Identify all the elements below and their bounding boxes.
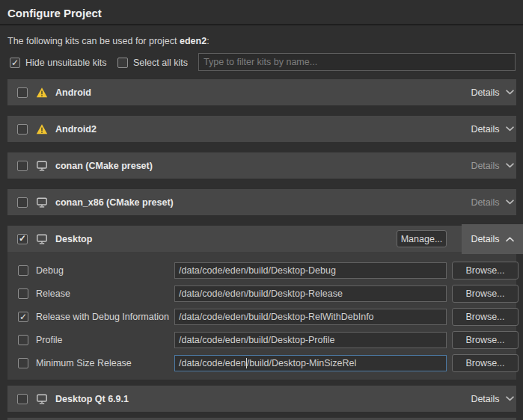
details-label: Details: [471, 197, 499, 208]
details-label: Details: [471, 394, 499, 404]
build-config-option: Profile: [18, 332, 62, 348]
browse-button[interactable]: Browse...: [452, 308, 519, 326]
kit-name: conan (CMake preset): [55, 161, 153, 171]
build-config-label: Release: [36, 288, 70, 299]
build-config-option: Release: [18, 285, 70, 302]
warning-icon: [35, 123, 48, 135]
browse-button[interactable]: Browse...: [452, 354, 519, 372]
build-dir-input-focused[interactable]: /data/code/eden/build/Desktop-MinSizeRel: [174, 355, 447, 371]
kit-name: Android2: [55, 124, 97, 135]
kit-filter-input[interactable]: [198, 53, 516, 71]
desktop-icon: [35, 197, 48, 209]
kit-row-desktop-qt: Desktop Qt 6.9.1 Details: [7, 386, 516, 412]
intro-suffix: :: [207, 36, 209, 46]
select-all-kits-option: Select all kits: [117, 58, 188, 68]
desktop-icon: [35, 393, 48, 405]
kit-name: Desktop: [55, 234, 92, 244]
build-dir-input[interactable]: [174, 262, 447, 279]
chevron-down-icon: [506, 200, 514, 205]
build-config-label: Minimum Size Release: [36, 358, 132, 368]
chevron-down-icon: [506, 126, 514, 132]
build-config-checkbox[interactable]: [18, 288, 28, 299]
kit-checkbox[interactable]: [17, 197, 28, 208]
browse-button[interactable]: Browse...: [452, 331, 519, 349]
kit-checkbox[interactable]: [17, 87, 28, 98]
build-config-label: Release with Debug Information: [36, 312, 169, 322]
title-divider: [0, 24, 523, 25]
kit-name: Android: [55, 87, 91, 98]
details-button[interactable]: Details: [462, 152, 523, 179]
build-config-checkbox[interactable]: [18, 312, 28, 322]
build-config-option: Release with Debug Information: [18, 309, 169, 325]
intro-text: The following kits can be used for proje…: [7, 36, 209, 46]
kit-header: conan_x86 (CMake preset) Details: [7, 189, 516, 215]
kit-header: Android Details: [7, 79, 516, 105]
details-button[interactable]: Details: [462, 189, 523, 215]
kit-row-android2: Android2 Details: [7, 116, 516, 142]
chevron-down-icon: [506, 396, 514, 401]
details-label: Details: [471, 161, 499, 171]
path-after-cursor: /build/Desktop-MinSizeRel: [247, 358, 357, 368]
build-dir-input[interactable]: [174, 309, 447, 325]
select-all-kits-checkbox[interactable]: [117, 58, 128, 68]
kit-checkbox[interactable]: [17, 394, 28, 404]
browse-button[interactable]: Browse...: [452, 262, 519, 280]
chevron-down-icon: [506, 163, 514, 168]
kit-row-desktop: Desktop Manage... Details Debug Browse..…: [7, 226, 516, 380]
kit-checkbox[interactable]: [17, 161, 28, 171]
browse-button[interactable]: Browse...: [452, 285, 519, 303]
details-button[interactable]: Details: [462, 116, 523, 142]
warning-icon: [35, 87, 48, 99]
details-button[interactable]: Details: [462, 224, 523, 254]
details-label: Details: [471, 87, 499, 98]
hide-unsuitable-kits-checkbox[interactable]: [10, 58, 20, 68]
chevron-down-icon: [506, 90, 514, 95]
project-name: eden2: [180, 36, 207, 46]
build-config-option: Debug: [18, 262, 64, 279]
kit-name: conan_x86 (CMake preset): [55, 197, 174, 208]
build-config-option: Minimum Size Release: [18, 355, 132, 371]
build-dir-input[interactable]: [174, 332, 447, 348]
kit-row-conan-x86: conan_x86 (CMake preset) Details: [7, 189, 516, 215]
desktop-icon: [35, 160, 48, 172]
build-config-checkbox[interactable]: [18, 335, 28, 345]
build-dir-input[interactable]: [174, 285, 447, 302]
hide-unsuitable-kits-option: Hide unsuitable kits: [10, 58, 106, 68]
desktop-icon: [35, 233, 48, 245]
intro-prefix: The following kits can be used for proje…: [7, 36, 180, 46]
kit-header: conan (CMake preset) Details: [7, 152, 516, 179]
details-button[interactable]: Details: [462, 386, 523, 412]
kit-header: Android2 Details: [7, 116, 516, 142]
kit-row-android: Android Details: [7, 79, 516, 105]
configure-project-page: { "window": { "title": "Configure Projec…: [0, 0, 523, 420]
build-config-checkbox[interactable]: [18, 358, 28, 368]
chevron-up-icon: [506, 237, 514, 242]
details-label: Details: [471, 234, 499, 244]
select-all-kits-label: Select all kits: [133, 58, 188, 68]
details-button[interactable]: Details: [462, 79, 523, 105]
details-label: Details: [471, 124, 499, 135]
build-config-checkbox[interactable]: [18, 265, 28, 276]
kit-header: Desktop Qt 6.9.1 Details: [7, 386, 516, 412]
page-title: Configure Project: [7, 7, 102, 19]
kit-checkbox[interactable]: [17, 124, 28, 135]
kit-header: Desktop Manage... Details: [7, 226, 516, 252]
kit-checkbox[interactable]: [17, 234, 28, 244]
kit-name: Desktop Qt 6.9.1: [55, 394, 129, 404]
kit-row-conan: conan (CMake preset) Details: [7, 152, 516, 179]
path-before-cursor: /data/code/eden: [179, 358, 246, 368]
build-config-label: Debug: [36, 265, 64, 276]
manage-kits-button[interactable]: Manage...: [397, 230, 447, 247]
hide-unsuitable-kits-label: Hide unsuitable kits: [25, 58, 106, 68]
build-config-label: Profile: [36, 335, 62, 345]
